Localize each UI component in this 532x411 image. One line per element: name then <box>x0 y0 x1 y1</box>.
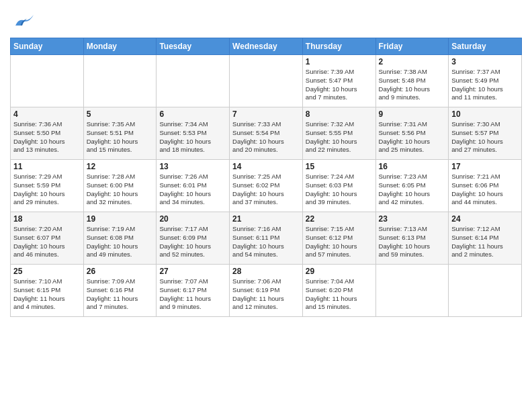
calendar-cell: 6Sunrise: 7:34 AM Sunset: 5:53 PM Daylig… <box>157 107 230 160</box>
calendar-cell: 28Sunrise: 7:06 AM Sunset: 6:19 PM Dayli… <box>230 265 303 317</box>
calendar-cell: 20Sunrise: 7:17 AM Sunset: 6:09 PM Dayli… <box>157 212 230 265</box>
day-number: 23 <box>379 214 446 224</box>
day-number: 22 <box>306 214 373 224</box>
day-number: 18 <box>13 214 81 224</box>
day-info: Sunrise: 7:30 AM Sunset: 5:57 PM Dayligh… <box>451 120 519 154</box>
day-number: 19 <box>87 214 154 224</box>
day-header-saturday: Saturday <box>449 38 522 55</box>
calendar-cell: 25Sunrise: 7:10 AM Sunset: 6:15 PM Dayli… <box>11 265 84 317</box>
day-number: 6 <box>159 109 226 119</box>
day-header-wednesday: Wednesday <box>230 38 303 55</box>
day-header-friday: Friday <box>375 38 449 55</box>
day-info: Sunrise: 7:23 AM Sunset: 6:05 PM Dayligh… <box>379 173 446 207</box>
calendar-cell: 12Sunrise: 7:28 AM Sunset: 6:00 PM Dayli… <box>83 160 157 212</box>
day-info: Sunrise: 7:13 AM Sunset: 6:13 PM Dayligh… <box>379 225 446 259</box>
week-row-3: 11Sunrise: 7:29 AM Sunset: 5:59 PM Dayli… <box>11 160 522 212</box>
calendar-cell: 5Sunrise: 7:35 AM Sunset: 5:51 PM Daylig… <box>83 107 157 160</box>
day-number: 1 <box>306 57 373 66</box>
day-info: Sunrise: 7:34 AM Sunset: 5:53 PM Dayligh… <box>159 120 226 154</box>
calendar-cell <box>375 265 449 317</box>
day-number: 15 <box>306 162 373 171</box>
day-info: Sunrise: 7:31 AM Sunset: 5:56 PM Dayligh… <box>379 120 446 154</box>
calendar-cell: 1Sunrise: 7:39 AM Sunset: 5:47 PM Daylig… <box>302 55 375 107</box>
week-row-2: 4Sunrise: 7:36 AM Sunset: 5:50 PM Daylig… <box>11 107 522 160</box>
calendar-cell: 14Sunrise: 7:25 AM Sunset: 6:02 PM Dayli… <box>230 160 303 212</box>
day-number: 14 <box>232 162 300 171</box>
day-number: 17 <box>451 162 519 171</box>
day-number: 8 <box>306 109 373 119</box>
day-info: Sunrise: 7:09 AM Sunset: 6:16 PM Dayligh… <box>87 277 154 312</box>
day-number: 26 <box>87 267 154 276</box>
day-info: Sunrise: 7:10 AM Sunset: 6:15 PM Dayligh… <box>13 277 81 312</box>
day-header-monday: Monday <box>83 38 157 55</box>
calendar-cell: 19Sunrise: 7:19 AM Sunset: 6:08 PM Dayli… <box>83 212 157 265</box>
calendar-cell: 23Sunrise: 7:13 AM Sunset: 6:13 PM Dayli… <box>375 212 449 265</box>
calendar-cell: 21Sunrise: 7:16 AM Sunset: 6:11 PM Dayli… <box>230 212 303 265</box>
calendar-cell: 8Sunrise: 7:32 AM Sunset: 5:55 PM Daylig… <box>302 107 375 160</box>
day-number: 16 <box>379 162 446 171</box>
calendar-cell <box>83 55 157 107</box>
calendar-cell <box>157 55 230 107</box>
day-number: 27 <box>159 267 226 276</box>
day-info: Sunrise: 7:28 AM Sunset: 6:00 PM Dayligh… <box>87 173 154 207</box>
day-info: Sunrise: 7:17 AM Sunset: 6:09 PM Dayligh… <box>159 225 226 259</box>
calendar-header-row: SundayMondayTuesdayWednesdayThursdayFrid… <box>11 38 522 55</box>
day-number: 24 <box>451 214 519 224</box>
calendar-cell: 16Sunrise: 7:23 AM Sunset: 6:05 PM Dayli… <box>375 160 449 212</box>
day-info: Sunrise: 7:24 AM Sunset: 6:03 PM Dayligh… <box>306 173 373 207</box>
calendar-cell: 11Sunrise: 7:29 AM Sunset: 5:59 PM Dayli… <box>11 160 84 212</box>
day-number: 13 <box>159 162 226 171</box>
calendar-cell: 13Sunrise: 7:26 AM Sunset: 6:01 PM Dayli… <box>157 160 230 212</box>
day-info: Sunrise: 7:33 AM Sunset: 5:54 PM Dayligh… <box>232 120 300 154</box>
calendar-cell: 4Sunrise: 7:36 AM Sunset: 5:50 PM Daylig… <box>11 107 84 160</box>
day-number: 20 <box>159 214 226 224</box>
day-number: 25 <box>13 267 81 276</box>
day-header-sunday: Sunday <box>11 38 84 55</box>
day-header-tuesday: Tuesday <box>157 38 230 55</box>
calendar-cell: 26Sunrise: 7:09 AM Sunset: 6:16 PM Dayli… <box>83 265 157 317</box>
day-info: Sunrise: 7:38 AM Sunset: 5:48 PM Dayligh… <box>379 68 446 102</box>
day-info: Sunrise: 7:07 AM Sunset: 6:17 PM Dayligh… <box>159 277 226 312</box>
day-info: Sunrise: 7:04 AM Sunset: 6:20 PM Dayligh… <box>306 277 373 312</box>
day-info: Sunrise: 7:32 AM Sunset: 5:55 PM Dayligh… <box>306 120 373 154</box>
day-number: 7 <box>232 109 300 119</box>
calendar-cell: 22Sunrise: 7:15 AM Sunset: 6:12 PM Dayli… <box>302 212 375 265</box>
week-row-1: 1Sunrise: 7:39 AM Sunset: 5:47 PM Daylig… <box>11 55 522 107</box>
day-info: Sunrise: 7:15 AM Sunset: 6:12 PM Dayligh… <box>306 225 373 259</box>
day-info: Sunrise: 7:12 AM Sunset: 6:14 PM Dayligh… <box>451 225 519 259</box>
day-info: Sunrise: 7:21 AM Sunset: 6:06 PM Dayligh… <box>451 173 519 207</box>
day-number: 10 <box>451 109 519 119</box>
calendar-cell <box>449 265 522 317</box>
logo <box>10 7 40 34</box>
day-number: 4 <box>13 109 81 119</box>
page: SundayMondayTuesdayWednesdayThursdayFrid… <box>0 0 532 411</box>
calendar-cell: 15Sunrise: 7:24 AM Sunset: 6:03 PM Dayli… <box>302 160 375 212</box>
day-number: 9 <box>379 109 446 119</box>
calendar-cell: 3Sunrise: 7:37 AM Sunset: 5:49 PM Daylig… <box>449 55 522 107</box>
calendar-cell: 7Sunrise: 7:33 AM Sunset: 5:54 PM Daylig… <box>230 107 303 160</box>
day-header-thursday: Thursday <box>302 38 375 55</box>
day-number: 2 <box>379 57 446 66</box>
calendar-cell: 18Sunrise: 7:20 AM Sunset: 6:07 PM Dayli… <box>11 212 84 265</box>
day-info: Sunrise: 7:35 AM Sunset: 5:51 PM Dayligh… <box>87 120 154 154</box>
day-number: 21 <box>232 214 300 224</box>
calendar-cell: 17Sunrise: 7:21 AM Sunset: 6:06 PM Dayli… <box>449 160 522 212</box>
day-number: 5 <box>87 109 154 119</box>
header <box>10 7 522 34</box>
day-info: Sunrise: 7:20 AM Sunset: 6:07 PM Dayligh… <box>13 225 81 259</box>
day-info: Sunrise: 7:29 AM Sunset: 5:59 PM Dayligh… <box>13 173 81 207</box>
calendar-cell: 27Sunrise: 7:07 AM Sunset: 6:17 PM Dayli… <box>157 265 230 317</box>
day-number: 11 <box>13 162 81 171</box>
calendar-cell: 24Sunrise: 7:12 AM Sunset: 6:14 PM Dayli… <box>449 212 522 265</box>
bird-icon <box>10 7 37 34</box>
calendar: SundayMondayTuesdayWednesdayThursdayFrid… <box>10 38 522 317</box>
day-info: Sunrise: 7:16 AM Sunset: 6:11 PM Dayligh… <box>232 225 300 259</box>
calendar-cell: 2Sunrise: 7:38 AM Sunset: 5:48 PM Daylig… <box>375 55 449 107</box>
day-number: 12 <box>87 162 154 171</box>
calendar-cell: 9Sunrise: 7:31 AM Sunset: 5:56 PM Daylig… <box>375 107 449 160</box>
calendar-cell <box>230 55 303 107</box>
calendar-cell <box>11 55 84 107</box>
calendar-cell: 29Sunrise: 7:04 AM Sunset: 6:20 PM Dayli… <box>302 265 375 317</box>
day-info: Sunrise: 7:25 AM Sunset: 6:02 PM Dayligh… <box>232 173 300 207</box>
calendar-cell: 10Sunrise: 7:30 AM Sunset: 5:57 PM Dayli… <box>449 107 522 160</box>
